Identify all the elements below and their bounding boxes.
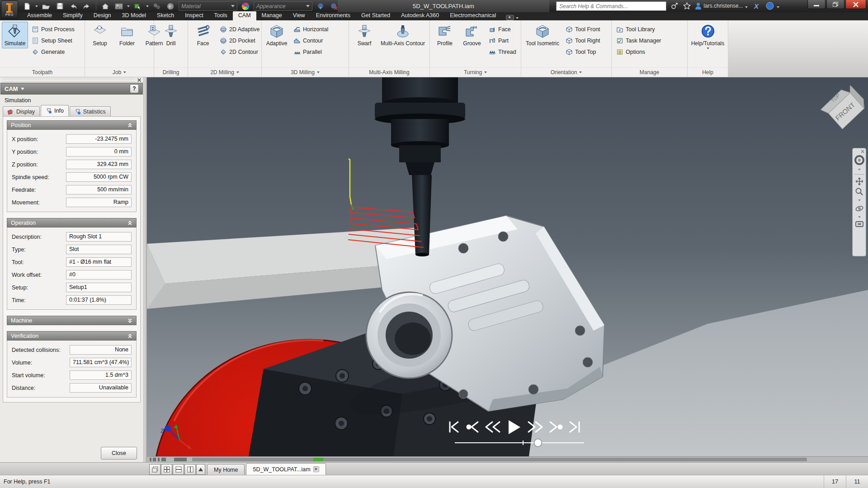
close-button[interactable]: [845, 0, 866, 9]
open-button[interactable]: [41, 1, 52, 11]
contour-button[interactable]: Contour: [291, 35, 331, 46]
expand-chevron-icon[interactable]: [127, 318, 132, 323]
minimize-button[interactable]: [807, 0, 826, 9]
drill-button[interactable]: Drill: [158, 22, 184, 48]
groove-button[interactable]: Groove: [459, 22, 485, 48]
full-navigation-wheel-icon[interactable]: [854, 155, 865, 166]
tab-assemble[interactable]: Assemble: [22, 11, 57, 20]
adaptive-button[interactable]: Adaptive: [264, 22, 290, 48]
favorites-star-icon[interactable]: [681, 1, 693, 11]
select-dropdown-caret[interactable]: [146, 5, 149, 9]
navbar-close-icon[interactable]: [861, 150, 864, 153]
zoom-icon[interactable]: [855, 187, 864, 196]
save-button[interactable]: [54, 1, 65, 11]
generate-button[interactable]: Generate: [29, 46, 77, 57]
user-avatar-icon[interactable]: [693, 1, 703, 11]
panel-label-2d-milling[interactable]: 2D Milling: [188, 67, 261, 77]
panel-label-help[interactable]: Help: [688, 67, 728, 77]
panel-label-orientation[interactable]: Orientation: [521, 67, 611, 77]
tab-environments[interactable]: Environments: [311, 11, 356, 20]
viewport-scrollbar-thumb[interactable]: [192, 458, 807, 461]
tab-get-started[interactable]: Get Started: [356, 11, 396, 20]
collapse-chevron-icon[interactable]: [127, 220, 132, 225]
tab-simplify[interactable]: Simplify: [57, 11, 88, 20]
tab-my-home[interactable]: My Home: [207, 464, 245, 475]
2d-pocket-button[interactable]: 2D Pocket: [217, 35, 262, 46]
task-manager-button[interactable]: Task Manager: [613, 35, 664, 46]
tab-display[interactable]: Display: [3, 106, 40, 116]
user-menu-caret[interactable]: [745, 6, 748, 9]
help-tutorials-button[interactable]: Help/Tutorials: [689, 22, 726, 52]
multi-axis-contour-button[interactable]: Multi-Axis Contour: [378, 22, 427, 48]
zoom-menu-caret[interactable]: [858, 199, 861, 203]
orbit-icon[interactable]: [855, 204, 864, 213]
tile-windows-button[interactable]: [161, 464, 172, 475]
post-process-button[interactable]: Post Process: [29, 24, 77, 35]
home-view-button[interactable]: [100, 1, 111, 11]
position-section-header[interactable]: Position: [7, 120, 137, 130]
panel-close-icon[interactable]: [137, 78, 141, 82]
play-button[interactable]: [509, 420, 520, 434]
community-icon[interactable]: [668, 1, 680, 11]
next-operation-button[interactable]: [550, 422, 563, 432]
tab-document[interactable]: 5D_W_TOOLPAT...iam: [246, 463, 326, 475]
turn-face-button[interactable]: Face: [486, 24, 519, 35]
setup-sheet-button[interactable]: Setup Sheet: [29, 35, 77, 46]
search-input[interactable]: [557, 3, 666, 9]
tab-sketch[interactable]: Sketch: [151, 11, 179, 20]
slider-thumb[interactable]: [534, 439, 542, 447]
new-file-dropdown-caret[interactable]: [35, 5, 38, 9]
tab-design[interactable]: Design: [88, 11, 117, 20]
cam-panel-header[interactable]: CAM ?: [0, 83, 143, 95]
look-at-icon[interactable]: [855, 221, 864, 228]
tab-view[interactable]: View: [288, 11, 311, 20]
tab-electromechanical[interactable]: Electromechanical: [444, 11, 501, 20]
viewport-3d[interactable]: [147, 77, 868, 456]
expand-tab-list-button[interactable]: [196, 464, 205, 475]
tab-tools[interactable]: Tools: [209, 11, 233, 20]
tool-isometric-button[interactable]: Tool Isometric: [523, 22, 562, 48]
profile-button[interactable]: Profile: [432, 22, 458, 48]
render-button[interactable]: [165, 1, 176, 11]
turn-part-button[interactable]: Part: [486, 35, 519, 46]
machine-section-header[interactable]: Machine: [7, 316, 137, 325]
tab-manage[interactable]: Manage: [256, 11, 288, 20]
undo-button[interactable]: [68, 1, 79, 11]
orbit-menu-caret[interactable]: [858, 216, 861, 219]
exchange-apps-icon[interactable]: X: [750, 1, 762, 11]
viewport-scrollbar[interactable]: [147, 456, 868, 462]
tile-vertical-button[interactable]: [184, 464, 196, 475]
panel-splitter[interactable]: [144, 77, 147, 462]
view-cube[interactable]: FRONT TOP: [816, 85, 868, 140]
simulate-button[interactable]: Simulate: [2, 22, 28, 48]
folder-button[interactable]: Folder: [114, 22, 140, 48]
panel-label-drilling[interactable]: Drilling: [154, 67, 188, 77]
previous-operation-button[interactable]: [467, 422, 478, 432]
options-button[interactable]: Options: [613, 46, 664, 57]
go-to-end-button[interactable]: [570, 422, 579, 432]
swarf-button[interactable]: Swarf: [351, 22, 377, 48]
joint-button[interactable]: [151, 1, 162, 11]
2d-adaptive-button[interactable]: 2D Adaptive: [217, 24, 262, 35]
cam-panel-help-button[interactable]: ?: [130, 84, 139, 93]
2d-contour-button[interactable]: 2D Contour: [217, 46, 262, 57]
screencast-menu[interactable]: [501, 15, 523, 20]
fast-forward-button[interactable]: [528, 422, 542, 432]
panel-label-job[interactable]: Job: [85, 67, 154, 77]
verification-section-header[interactable]: Verification: [7, 331, 137, 341]
simulation-progress-slider[interactable]: [454, 438, 585, 447]
setup-button[interactable]: Setup: [87, 22, 113, 48]
appearance-combobox[interactable]: Appearance: [254, 1, 312, 11]
tool-right-button[interactable]: Tool Right: [563, 35, 603, 46]
collapse-chevron-icon[interactable]: [127, 123, 132, 128]
tool-front-button[interactable]: Tool Front: [563, 24, 603, 35]
tab-info[interactable]: Info: [41, 105, 69, 116]
thumbnail-dropdown-caret[interactable]: [127, 5, 130, 9]
select-component-button[interactable]: [132, 1, 143, 11]
panel-label-manage[interactable]: Manage: [612, 67, 687, 77]
tab-statistics[interactable]: Statistics: [70, 106, 111, 116]
restore-button[interactable]: [826, 0, 844, 9]
tab-inspect[interactable]: Inspect: [179, 11, 208, 20]
application-menu-button[interactable]: PRO: [1, 0, 18, 19]
redo-button[interactable]: [81, 1, 92, 11]
